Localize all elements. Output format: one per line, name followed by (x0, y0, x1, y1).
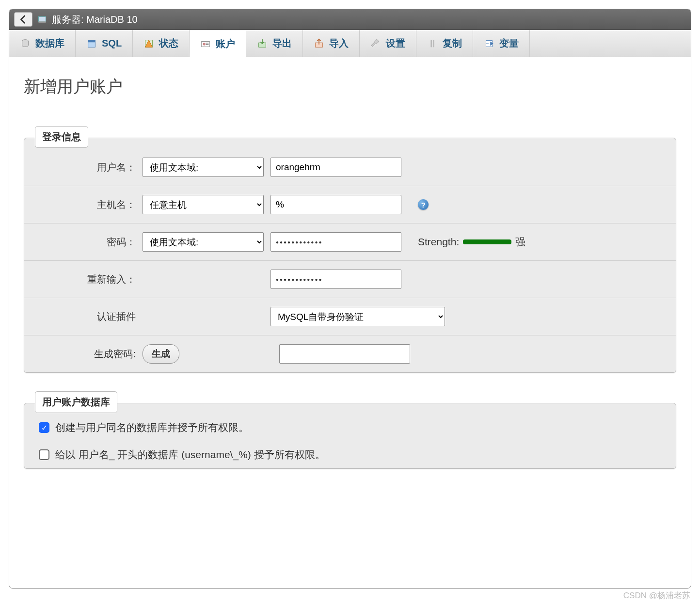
users-icon (200, 39, 211, 49)
username-input[interactable] (270, 158, 401, 177)
tab-label: 设置 (386, 37, 405, 50)
tab-bar: 数据库 SQL 状态 账户 导出 导入 设置 复制 (9, 30, 691, 57)
replication-icon (427, 38, 438, 49)
label-username: 用户名： (39, 161, 136, 174)
status-icon (143, 38, 154, 49)
password-strength: Strength: 强 (418, 235, 525, 249)
generated-password-input[interactable] (279, 344, 410, 364)
wrench-icon (370, 38, 381, 49)
password-type-select[interactable]: 使用文本域: (143, 232, 264, 252)
tab-label: 导出 (272, 37, 292, 50)
svg-point-7 (203, 43, 206, 46)
tab-label: 复制 (443, 37, 462, 50)
host-input[interactable] (270, 195, 401, 214)
tab-label: SQL (102, 38, 122, 49)
svg-rect-12 (430, 40, 432, 47)
auth-plugin-select[interactable]: MySQL自带身份验证 (270, 307, 445, 326)
retype-password-input[interactable] (270, 270, 401, 289)
host-type-select[interactable]: 任意主机 (143, 195, 264, 214)
label-password: 密码： (39, 236, 136, 249)
username-type-select[interactable]: 使用文本域: (143, 158, 264, 177)
svg-rect-13 (433, 40, 434, 47)
svg-rect-8 (206, 43, 209, 43)
svg-rect-9 (206, 44, 209, 45)
strength-label: Strength: (418, 236, 459, 248)
checkbox-label: 创建与用户同名的数据库并授予所有权限。 (55, 421, 249, 434)
titlebar-label: 服务器: MariaDB 10 (52, 13, 138, 26)
help-icon[interactable]: ? (418, 199, 429, 210)
back-button[interactable] (14, 12, 32, 27)
checkbox-label: 给以 用户名_ 开头的数据库 (username\_%) 授予所有权限。 (55, 448, 325, 462)
strength-bar (463, 239, 511, 244)
tab-replication[interactable]: 复制 (416, 30, 473, 57)
label-generate: 生成密码: (39, 348, 136, 361)
tab-variables[interactable]: 变量 (473, 30, 530, 57)
export-icon (257, 38, 268, 49)
variables-icon (484, 38, 494, 49)
tab-label: 状态 (159, 37, 178, 50)
fieldset-login: 登录信息 用户名： 使用文本域: 主机名： 任意主机 ? 密码： 使用文本域: … (24, 127, 676, 373)
tab-label: 导入 (329, 37, 349, 50)
checkbox-grant-wildcard[interactable] (39, 449, 49, 460)
svg-rect-1 (39, 21, 46, 22)
database-icon (20, 38, 31, 49)
page-title: 新增用户账户 (24, 76, 676, 98)
import-icon (314, 38, 324, 49)
label-auth: 认证插件 (39, 310, 136, 323)
legend-database: 用户账户数据库 (35, 391, 117, 413)
generate-button[interactable]: 生成 (143, 344, 179, 364)
svg-rect-0 (39, 16, 46, 21)
fieldset-database: 用户账户数据库 ✓ 创建与用户同名的数据库并授予所有权限。 给以 用户名_ 开头… (24, 392, 676, 469)
sql-icon (86, 38, 97, 49)
server-icon (37, 15, 47, 24)
arrow-left-icon (18, 14, 29, 25)
label-host: 主机名： (39, 198, 136, 211)
svg-rect-4 (88, 40, 95, 42)
tab-label: 数据库 (35, 37, 64, 50)
tab-label: 变量 (499, 37, 519, 50)
legend-login: 登录信息 (35, 126, 88, 148)
tab-status[interactable]: 状态 (133, 30, 190, 57)
tab-label: 账户 (216, 37, 235, 50)
titlebar: 服务器: MariaDB 10 (9, 9, 691, 30)
strength-text: 强 (515, 235, 525, 249)
watermark: CSDN @杨浦老苏 (623, 590, 690, 601)
tab-sql[interactable]: SQL (76, 30, 133, 57)
tab-export[interactable]: 导出 (246, 30, 303, 57)
label-retype: 重新输入： (39, 273, 136, 286)
tab-import[interactable]: 导入 (303, 30, 360, 57)
tab-settings[interactable]: 设置 (360, 30, 416, 57)
checkbox-create-same-db[interactable]: ✓ (39, 422, 49, 433)
tab-databases[interactable]: 数据库 (9, 30, 76, 57)
password-input[interactable] (270, 232, 401, 252)
tab-users[interactable]: 账户 (190, 31, 246, 57)
